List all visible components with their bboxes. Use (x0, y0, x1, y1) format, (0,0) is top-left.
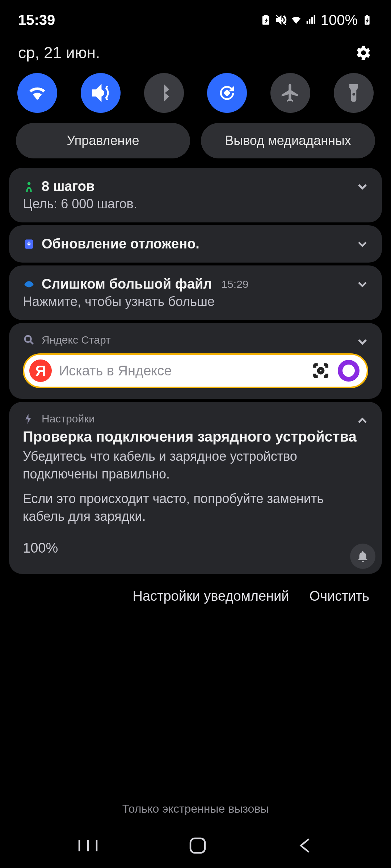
chevron-down-icon (355, 179, 370, 194)
back-icon (297, 837, 314, 854)
alisa-button[interactable] (338, 360, 360, 382)
home-icon (188, 836, 207, 855)
chevron-down-icon (355, 237, 370, 251)
qs-media-button[interactable]: Вывод медиаданных (201, 123, 375, 158)
system-update-icon (23, 238, 35, 250)
notification-list: 8 шагов Цель: 6 000 шагов. Обновление от… (0, 168, 391, 574)
flashlight-icon (343, 82, 364, 103)
qs-rotate[interactable] (207, 73, 247, 113)
battery-text: 100% (321, 12, 358, 28)
recents-icon (77, 838, 99, 854)
date-text[interactable]: ср, 21 июн. (18, 44, 100, 62)
bolt-icon (23, 413, 35, 425)
qs-devices-button[interactable]: Управление (16, 123, 190, 158)
recents-button[interactable] (77, 838, 99, 855)
notif-percent: 100% (23, 540, 368, 556)
yandex-lens-button[interactable] (311, 361, 331, 380)
search-icon (23, 334, 35, 346)
collapse-button[interactable] (355, 413, 370, 429)
mute-vibrate-icon (275, 14, 287, 26)
notification-file[interactable]: Слишком большой файл 15:29 Нажмите, чтоб… (9, 265, 382, 320)
mute-icon (90, 82, 111, 103)
chevron-down-icon (355, 335, 370, 349)
quick-settings-buttons: Управление Вывод медиаданных (0, 123, 391, 168)
qs-bluetooth[interactable] (144, 73, 184, 113)
notif-line1: Убедитесь что кабель и зарядное устройст… (23, 448, 368, 483)
footer-actions: Настройки уведомлений Очистить (0, 574, 391, 604)
notif-title: Обновление отложено. (42, 236, 199, 252)
notif-app-name: Настройки (42, 413, 95, 425)
yandex-search-bar[interactable]: Я Искать в Яндексе (23, 353, 368, 388)
notif-title: 8 шагов (42, 179, 94, 194)
clear-all-button[interactable]: Очистить (310, 588, 369, 604)
notification-update[interactable]: Обновление отложено. (9, 225, 382, 263)
navigation-bar (0, 825, 391, 868)
qs-mute[interactable] (81, 73, 121, 113)
quick-settings-row (0, 62, 391, 123)
notif-app-name: Яндекс Старт (42, 334, 111, 346)
signal-icon (306, 14, 317, 26)
notification-yandex[interactable]: Яндекс Старт Я Искать в Яндексе (9, 323, 382, 399)
status-bar: 15:39 100% (0, 0, 391, 40)
notification-settings-link[interactable]: Настройки уведомлений (133, 588, 289, 604)
notif-title: Проверка подключения зарядного устройств… (23, 429, 368, 445)
svg-point-4 (319, 369, 323, 373)
home-button[interactable] (188, 836, 207, 856)
qs-wifi[interactable] (17, 73, 57, 113)
svg-point-3 (25, 336, 31, 342)
notif-subtitle: Цель: 6 000 шагов. (23, 196, 368, 212)
notif-subtitle: Нажмите, чтобы узнать больше (23, 294, 368, 309)
send-anywhere-icon (23, 278, 35, 290)
svg-rect-0 (223, 89, 231, 97)
expand-button[interactable] (355, 277, 370, 293)
settings-button[interactable] (354, 43, 373, 62)
notif-settings-button[interactable] (350, 544, 375, 569)
shealth-icon (23, 180, 35, 193)
notification-health[interactable]: 8 шагов Цель: 6 000 шагов. (9, 168, 382, 222)
shade-header: ср, 21 июн. (0, 40, 391, 62)
bluetooth-icon (154, 82, 175, 103)
qs-flashlight[interactable] (334, 73, 374, 113)
expand-button[interactable] (355, 179, 370, 195)
notif-title: Слишком большой файл (42, 276, 212, 292)
yandex-logo-icon: Я (29, 359, 52, 382)
charging-icon (361, 14, 373, 26)
notif-time: 15:29 (221, 278, 248, 290)
airplane-icon (280, 82, 301, 103)
svg-rect-5 (190, 838, 205, 853)
chevron-up-icon (355, 413, 370, 428)
qs-airplane[interactable] (270, 73, 310, 113)
bell-icon (356, 549, 370, 563)
wifi-icon (27, 82, 48, 103)
yandex-search-placeholder: Искать в Яндексе (59, 363, 304, 379)
expand-button[interactable] (355, 237, 370, 253)
svg-point-1 (28, 182, 31, 185)
back-button[interactable] (297, 837, 314, 856)
lens-icon (312, 362, 330, 380)
status-time: 15:39 (18, 12, 55, 28)
chevron-down-icon (355, 277, 370, 292)
auto-rotate-icon (216, 82, 237, 103)
notification-settings[interactable]: Настройки Проверка подключения зарядного… (9, 402, 382, 574)
expand-button[interactable] (355, 335, 370, 350)
status-icons: 100% (260, 12, 373, 28)
wifi-status-icon (290, 14, 302, 26)
notif-line2: Если это происходит часто, попробуйте за… (23, 490, 368, 525)
gear-icon (355, 44, 372, 61)
emergency-text: Только экстренные вызовы (0, 802, 391, 816)
battery-saver-icon (260, 14, 272, 26)
